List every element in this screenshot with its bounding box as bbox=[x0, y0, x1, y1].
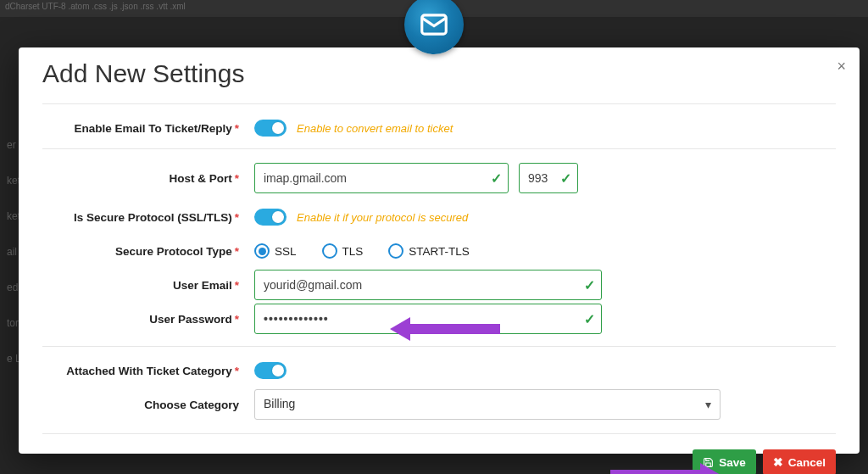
toggle-enable-email[interactable] bbox=[254, 120, 287, 137]
label-secure-protocol: Is Secure Protocol (SSL/TLS)* bbox=[42, 211, 254, 224]
hint-enable-email: Enable to convert email to ticket bbox=[297, 122, 453, 135]
divider bbox=[42, 103, 836, 104]
check-icon: ✓ bbox=[584, 311, 595, 327]
hint-secure-protocol: Enable it if your protocol is secured bbox=[297, 211, 468, 224]
category-value: Billing bbox=[264, 397, 295, 410]
toggle-attached-category[interactable] bbox=[254, 362, 287, 379]
divider bbox=[42, 148, 836, 149]
divider bbox=[42, 433, 836, 434]
host-input[interactable] bbox=[254, 163, 509, 193]
label-user-password: User Password* bbox=[42, 313, 254, 326]
toggle-secure-protocol[interactable] bbox=[254, 209, 287, 226]
check-icon: ✓ bbox=[560, 170, 571, 187]
radio-ssl[interactable]: SSL bbox=[254, 243, 297, 259]
modal-footer: Save ✖ Cancel bbox=[42, 441, 836, 474]
save-icon bbox=[703, 457, 714, 468]
cancel-button[interactable]: ✖ Cancel bbox=[763, 449, 836, 474]
label-enable-email: Enable Email To Ticket/Reply* bbox=[42, 122, 254, 135]
label-protocol-type: Secure Protocol Type* bbox=[42, 245, 254, 258]
label-user-email: User Email* bbox=[42, 279, 254, 292]
modal-title: Add New Settings bbox=[42, 59, 836, 88]
label-choose-category: Choose Category bbox=[42, 399, 254, 411]
close-button[interactable]: × bbox=[837, 58, 846, 75]
check-icon: ✓ bbox=[491, 170, 502, 187]
radio-starttls[interactable]: START-TLS bbox=[388, 243, 470, 259]
close-icon: ✖ bbox=[773, 455, 783, 469]
category-select[interactable]: Billing ▾ bbox=[254, 389, 721, 420]
user-email-input[interactable] bbox=[254, 270, 602, 300]
label-host-port: Host & Port* bbox=[42, 172, 254, 185]
check-icon: ✓ bbox=[584, 277, 595, 293]
user-password-input[interactable] bbox=[254, 304, 602, 334]
label-attached-category: Attached With Ticket Category* bbox=[42, 365, 254, 377]
divider bbox=[42, 346, 836, 347]
radio-tls[interactable]: TLS bbox=[322, 243, 364, 259]
add-settings-modal: × Add New Settings Enable Email To Ticke… bbox=[19, 47, 860, 454]
chevron-down-icon: ▾ bbox=[705, 398, 711, 411]
save-button[interactable]: Save bbox=[693, 449, 756, 474]
